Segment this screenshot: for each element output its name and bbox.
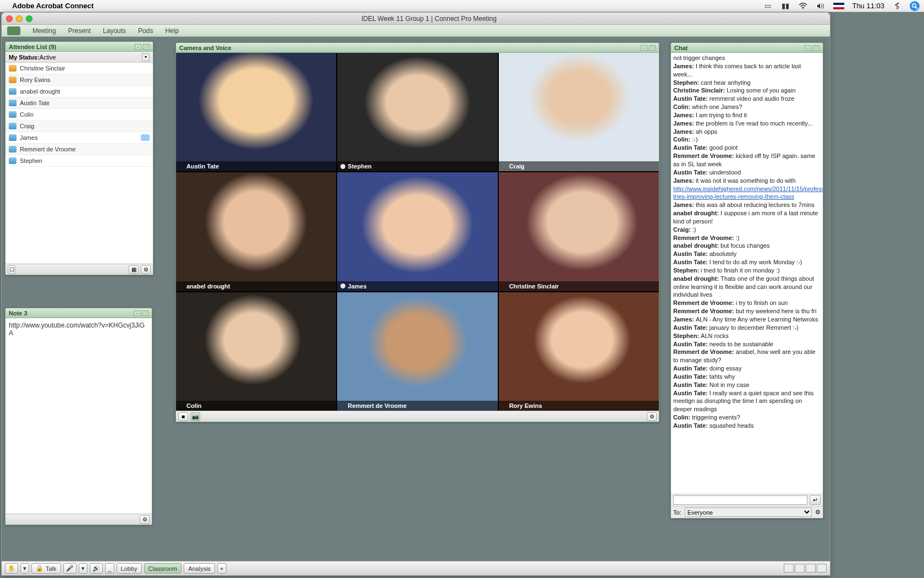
pod-header[interactable]: Attendee List (9) – □: [6, 42, 153, 52]
camera-stop-icon[interactable]: ■: [178, 412, 188, 421]
layout-2-icon[interactable]: [795, 564, 805, 572]
zoom-icon[interactable]: [26, 15, 32, 22]
options-icon[interactable]: ⚙: [140, 515, 150, 524]
pod-maximize-icon[interactable]: □: [143, 44, 150, 50]
attendee-item[interactable]: Remmert de Vroome: [6, 144, 153, 155]
chat-to-select[interactable]: Everyone: [685, 508, 812, 517]
volume-icon[interactable]: [816, 2, 826, 10]
options-icon[interactable]: ⚙: [141, 265, 151, 274]
speaker-button[interactable]: 🔊: [90, 563, 103, 574]
attendee-item[interactable]: Craig: [6, 121, 153, 132]
video-tile[interactable]: Rory Ewins: [499, 292, 659, 411]
traffic-lights[interactable]: [6, 15, 32, 22]
hand-dropdown-icon[interactable]: ▾: [20, 563, 29, 574]
video-tile[interactable]: Craig: [499, 53, 659, 171]
chat-sender: Austin Tate:: [673, 365, 708, 372]
minimize-icon[interactable]: [16, 15, 23, 22]
room-lobby[interactable]: Lobby: [117, 563, 142, 574]
checkbox-icon[interactable]: ☐: [8, 265, 15, 274]
pod-maximize-icon[interactable]: □: [813, 45, 820, 51]
menu-present[interactable]: Present: [68, 27, 91, 35]
grid-icon[interactable]: ▦: [129, 265, 139, 274]
mic-button[interactable]: 🎤: [63, 563, 76, 574]
pod-header[interactable]: Chat – □: [671, 43, 823, 53]
pod-maximize-icon[interactable]: □: [649, 45, 656, 51]
room-analysis[interactable]: Analysis: [184, 563, 215, 574]
pod-header[interactable]: Camera and Voice – □: [176, 43, 659, 53]
close-icon[interactable]: [6, 15, 13, 22]
chat-send-button[interactable]: ↵: [810, 495, 821, 505]
status-label: My Status:: [9, 54, 40, 61]
pod-header[interactable]: Note 3 – □: [6, 308, 152, 318]
video-label: Remmert de Vroome: [337, 401, 497, 411]
video-tile[interactable]: Austin Tate: [176, 53, 336, 171]
chat-message: James:I am trying to find it: [673, 111, 821, 119]
chat-sender: James:: [673, 120, 694, 127]
display-icon[interactable]: ▭: [763, 2, 773, 10]
chat-link[interactable]: http://www.insidehighered.com/news/2011/…: [673, 186, 823, 200]
chat-sender: Austin Tate:: [673, 324, 708, 331]
bluetooth-icon[interactable]: [892, 2, 902, 10]
add-room-button[interactable]: +: [217, 563, 226, 574]
chat-sender: James:: [673, 201, 694, 208]
attendee-name: Austin Tate: [20, 100, 50, 106]
video-tile[interactable]: Christine Sinclair: [499, 172, 659, 291]
attendee-item[interactable]: anabel drought: [6, 86, 153, 97]
chat-sender: Austin Tate:: [673, 259, 708, 265]
flag-icon[interactable]: [833, 3, 844, 9]
chat-text: :): [692, 226, 696, 233]
room-classroom[interactable]: Classroom: [144, 563, 182, 574]
video-tile[interactable]: anabel drought: [176, 172, 336, 291]
video-tile[interactable]: Colin: [176, 292, 336, 411]
pod-minimize-icon[interactable]: –: [134, 310, 140, 316]
note-content[interactable]: http://www.youtube.com/watch?v=KHGcvj3Ji…: [6, 318, 152, 514]
pod-minimize-icon[interactable]: –: [805, 45, 811, 51]
layout-3-icon[interactable]: [806, 564, 816, 572]
chat-text: remmerst video and audio froze: [710, 95, 795, 102]
chat-messages[interactable]: not trigger changesJames:I think this co…: [671, 53, 823, 494]
chat-input[interactable]: [673, 495, 807, 505]
window-titlebar[interactable]: IDEL Week 11 Group 1 | Connect Pro Meeti…: [2, 13, 830, 25]
pod-minimize-icon[interactable]: –: [135, 44, 141, 50]
chat-message: Austin Tate:I really want a quiet space …: [673, 389, 821, 414]
chat-message: James:I think this comes back to an arti…: [673, 62, 821, 79]
spotlight-icon[interactable]: [910, 1, 920, 11]
layout-4-icon[interactable]: [817, 564, 827, 572]
wifi-icon[interactable]: [798, 2, 808, 10]
status-dropdown-icon[interactable]: ▾: [142, 53, 150, 61]
pod-minimize-icon[interactable]: –: [641, 45, 647, 51]
app-name[interactable]: Adobe Acrobat Connect: [12, 2, 94, 10]
chat-sender: Stephen:: [673, 332, 699, 339]
options-icon[interactable]: ⚙: [647, 412, 657, 421]
battery-icon[interactable]: ▮▮: [780, 2, 790, 10]
menu-meeting[interactable]: Meeting: [32, 27, 56, 35]
attendee-item[interactable]: Colin: [6, 109, 153, 121]
clock[interactable]: Thu 11:03: [852, 2, 884, 10]
attendee-item[interactable]: Stephen: [6, 155, 153, 167]
layout-1-icon[interactable]: [784, 564, 794, 572]
camera-start-icon[interactable]: 📷: [190, 412, 200, 421]
attendee-item[interactable]: Christine Sinclair: [6, 63, 153, 74]
video-tile[interactable]: Remmert de Vroome: [337, 292, 497, 411]
attendee-item[interactable]: James: [6, 132, 153, 144]
chat-text: Not in my case: [710, 381, 750, 388]
volume-slider-icon[interactable]: ⎯: [105, 563, 114, 574]
attendee-item[interactable]: Austin Tate: [6, 97, 153, 109]
participant-icon: [9, 134, 16, 141]
hand-raise-button[interactable]: ✋: [5, 563, 18, 574]
attendee-item[interactable]: Rory Ewins: [6, 74, 153, 86]
video-tile[interactable]: James: [337, 172, 497, 291]
options-icon[interactable]: ⚙: [815, 509, 821, 516]
mic-dropdown-icon[interactable]: ▾: [79, 563, 87, 574]
video-tile[interactable]: Stephen: [337, 53, 497, 171]
menu-help[interactable]: Help: [165, 27, 179, 35]
svg-point-0: [802, 8, 804, 9]
talk-button[interactable]: 🔒 Talk: [31, 563, 61, 574]
chat-sender: Stephen:: [673, 79, 699, 86]
menu-pods[interactable]: Pods: [138, 27, 153, 35]
chat-sender: Austin Tate:: [673, 250, 708, 257]
menu-layouts[interactable]: Layouts: [103, 27, 126, 35]
pod-maximize-icon[interactable]: □: [142, 310, 148, 316]
status-row[interactable]: My Status: Active ▾: [6, 52, 153, 63]
layout-switcher[interactable]: [783, 564, 827, 574]
